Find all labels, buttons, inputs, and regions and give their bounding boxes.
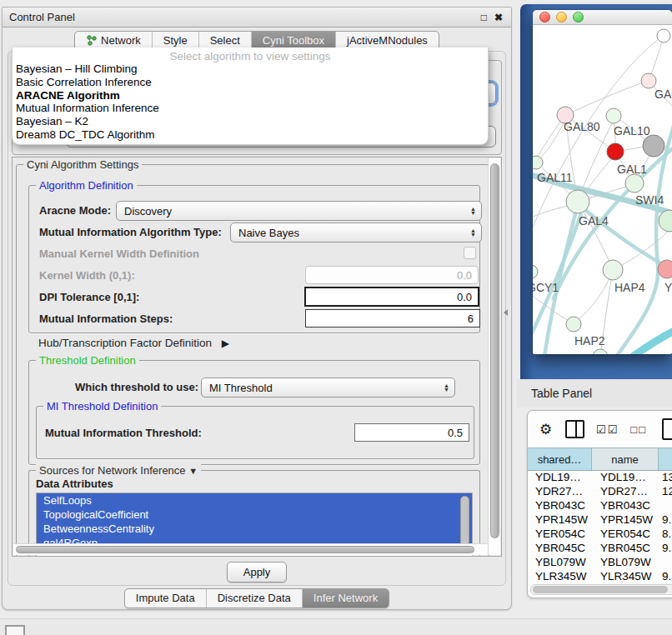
data-attributes-label: Data Attributes [36,478,113,490]
expand-arrow-icon: ▼ [188,466,198,476]
columns-icon[interactable] [565,420,584,438]
attributes-scrollbar[interactable] [460,496,469,546]
network-window[interactable]: GALGAL80GAL10GAL1GAL11SWI4GAL4GCY1HAP4YH… [533,10,672,354]
table-row[interactable]: YBR043CYBR043C [528,499,672,513]
mi-steps-field[interactable]: 6 [305,309,480,328]
export-table-icon[interactable] [662,418,672,440]
kernel-width-field[interactable]: 0.0 [305,266,479,284]
kernel-width-label: Kernel Width (0,1): [39,269,135,282]
manual-kernel-label: Manual Kernel Width Definition [39,248,199,260]
minimized-panel-icon[interactable] [5,625,25,635]
node-label: HAP2 [574,334,605,348]
combo-stepper-icon: ▲▼ [470,202,476,220]
deselect-all-icon[interactable]: □□ [630,422,647,437]
gear-icon[interactable]: ⚙ [539,422,552,437]
network-node-swi4[interactable] [659,210,672,232]
control-panel-titlebar: Control Panel □ ✖ [3,8,511,28]
mi-type-combo[interactable]: Naive Bayes ▲▼ [230,222,482,242]
network-node-gal1[interactable] [625,174,644,192]
network-node-y[interactable] [658,260,672,278]
node-label: GAL [654,88,672,101]
tab-infer-network[interactable]: Infer Network [302,589,389,608]
network-node[interactable] [643,135,664,157]
attribute-item[interactable]: TopologicalCoefficient [37,508,472,522]
close-panel-icon[interactable]: ✖ [494,12,503,22]
dpi-tolerance-field[interactable]: 0.0 [304,287,479,307]
manual-kernel-checkbox[interactable] [464,247,476,259]
table-panel-title: Table Panel [531,387,592,400]
table-panel-header: Table Panel [517,379,672,408]
node-label: GAL10 [614,124,650,138]
node-label: GCY1 [533,281,559,294]
column-header[interactable]: name [592,448,659,470]
aracne-mode-combo[interactable]: Discovery ▲▼ [116,201,482,221]
menu-item-basic-correlation-inference[interactable]: Basic Correlation Inference [13,76,488,89]
network-node-gal11[interactable] [533,156,543,169]
close-window-icon[interactable] [539,12,550,22]
attribute-item[interactable]: SelfLoops [37,493,472,508]
table-panel-card: ⚙ ☑☑ □□ shared…name YDL19…YDL19…13YDR27…… [527,410,672,598]
table-row[interactable]: YDR27…YDR27…12 [528,485,672,499]
mi-threshold-definition-box: MI Threshold Definition Mutual Informati… [36,406,474,459]
node-table: shared…name YDL19…YDL19…13YDR27…YDR27…12… [528,448,672,598]
table-row[interactable]: YBR045CYBR045C9. [528,542,672,556]
cyni-algorithm-settings-title: Cyni Algorithm Settings [23,158,142,171]
node-label: GAL11 [537,171,573,184]
table-row[interactable]: YLR345WYLR345W9. [528,570,672,584]
settings-vertical-scrollbar[interactable] [488,158,500,555]
table-header-row: shared…name [528,448,672,471]
hub-definition-toggle[interactable]: Hub/Transcription Factor Definition ▶ [38,337,229,349]
tab-impute-data[interactable]: Impute Data [125,589,206,608]
table-row[interactable]: YPR145WYPR145W9. [528,513,672,528]
algorithm-dropdown-placeholder: Select algorithm to view settings [13,48,488,62]
network-node-hap2[interactable] [566,317,581,332]
node-label: GAL1 [617,162,647,176]
network-node[interactable] [593,349,608,354]
which-threshold-label: Which threshold to use: [75,381,198,393]
algorithm-dropdown-menu: Select algorithm to view settings Bayesi… [12,48,489,145]
network-canvas[interactable]: GALGAL80GAL10GAL1GAL11SWI4GAL4GCY1HAP4YH… [533,25,672,354]
network-node-gcy1[interactable] [533,265,538,278]
column-header[interactable] [659,448,672,470]
combo-stepper-icon: ▲▼ [470,223,476,242]
column-header[interactable]: shared… [528,448,592,470]
algorithm-definition-box: Algorithm Definition Aracne Mode: Discov… [28,185,480,333]
table-row[interactable]: YBL079WYBL079W [528,556,672,570]
network-node[interactable] [607,143,624,160]
menu-item-bayesian-hill-climbing[interactable]: Bayesian – Hill Climbing [13,62,488,76]
cyni-algorithm-settings-box: Cyni Algorithm Settings Algorithm Defini… [16,164,489,557]
menu-item-aracne-algorithm[interactable]: ARACNE Algorithm [13,89,488,102]
apply-button[interactable]: Apply [227,562,287,582]
split-collapse-icon[interactable] [504,309,508,316]
network-node[interactable] [657,29,670,42]
which-threshold-combo[interactable]: MI Threshold ▲▼ [201,378,455,398]
settings-horizontal-scrollbar[interactable] [13,543,488,555]
network-node-gal4[interactable] [566,190,589,213]
cyni-bottom-tabs: Impute DataDiscretize DataInfer Network [3,588,511,608]
minimize-window-icon[interactable] [556,12,567,22]
mi-steps-label: Mutual Information Steps: [39,312,173,325]
mi-threshold-label: Mutual Information Threshold: [45,427,202,439]
zoom-window-icon[interactable] [573,12,584,22]
network-view-frame: GALGAL80GAL10GAL1GAL11SWI4GAL4GCY1HAP4YH… [520,4,672,379]
float-panel-icon[interactable]: □ [481,12,487,22]
attribute-item[interactable]: BetweennessCentrality [37,522,472,536]
network-node-gal10[interactable] [606,108,621,123]
table-row[interactable]: YER054CYER054C8. [528,528,672,542]
menu-item-dream8-dc-tdc-algorithm[interactable]: Dream8 DC_TDC Algorithm [13,128,488,142]
mi-threshold-definition-title: MI Threshold Definition [43,400,161,412]
application-window: Control Panel □ ✖ NetworkStyleSelectCyni… [0,0,672,635]
select-all-icon[interactable]: ☑☑ [596,422,619,437]
status-strip [0,618,672,635]
menu-item-bayesian-k2[interactable]: Bayesian – K2 [13,115,488,128]
network-node-gal[interactable] [641,73,656,88]
mi-threshold-field[interactable]: 0.5 [354,423,469,442]
table-horizontal-scrollbar[interactable] [530,584,672,595]
table-row[interactable]: YDL19…YDL19…13 [528,471,672,485]
menu-item-mutual-information-inference[interactable]: Mutual Information Inference [13,102,488,115]
settings-scrollpane: Cyni Algorithm Settings Algorithm Defini… [12,157,502,557]
sources-title[interactable]: Sources for Network Inference ▼ [36,464,201,477]
mi-type-label: Mutual Information Algorithm Type: [39,226,222,238]
network-node-hap4[interactable] [603,260,623,280]
tab-discretize-data[interactable]: Discretize Data [206,589,302,608]
